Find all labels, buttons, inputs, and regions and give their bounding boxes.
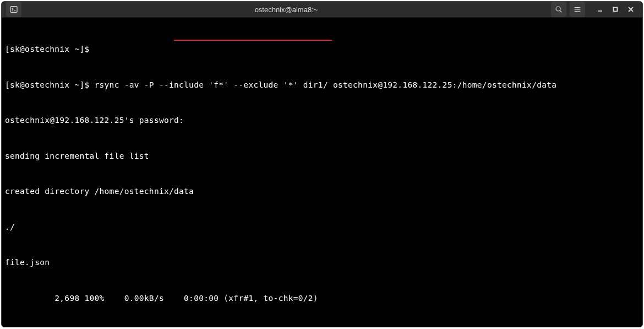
hamburger-icon (573, 5, 582, 14)
window-controls (596, 6, 635, 13)
title-bar: ostechnix@alma8:~ (2, 2, 642, 18)
terminal-line: ./ (5, 222, 639, 234)
close-button[interactable] (627, 6, 635, 13)
new-tab-button[interactable] (6, 2, 21, 17)
terminal-line: created directory /home/ostechnix/data (5, 186, 639, 198)
minimize-button[interactable] (596, 6, 604, 13)
terminal-window: ostechnix@alma8:~ [sk@ostechnix (1, 1, 643, 327)
red-underline-annotation (174, 40, 332, 41)
close-icon (627, 6, 634, 13)
terminal-icon (9, 5, 18, 14)
terminal-line: [sk@ostechnix ~]$ (5, 44, 639, 56)
window-title: ostechnix@alma8:~ (21, 6, 551, 14)
terminal-line: ostechnix@192.168.122.25's password: (5, 115, 639, 127)
search-button[interactable] (551, 2, 566, 17)
title-bar-right (551, 2, 638, 17)
terminal-line: [sk@ostechnix ~]$ rsync -av -P --include… (5, 79, 639, 91)
minimize-icon (597, 6, 603, 13)
search-icon (554, 5, 563, 14)
maximize-icon (612, 6, 619, 13)
title-bar-left (6, 2, 21, 17)
maximize-button[interactable] (612, 6, 619, 13)
svg-rect-0 (10, 7, 17, 13)
svg-point-1 (556, 7, 560, 11)
terminal-line: file.json (5, 257, 639, 269)
terminal-line: 2,698 100% 0.00kB/s 0:00:00 (xfr#1, to-c… (5, 293, 639, 305)
svg-rect-2 (614, 8, 618, 12)
menu-button[interactable] (570, 2, 585, 17)
terminal-line: sending incremental file list (5, 150, 639, 163)
terminal-body[interactable]: [sk@ostechnix ~]$ [sk@ostechnix ~]$ rsyn… (2, 18, 642, 329)
